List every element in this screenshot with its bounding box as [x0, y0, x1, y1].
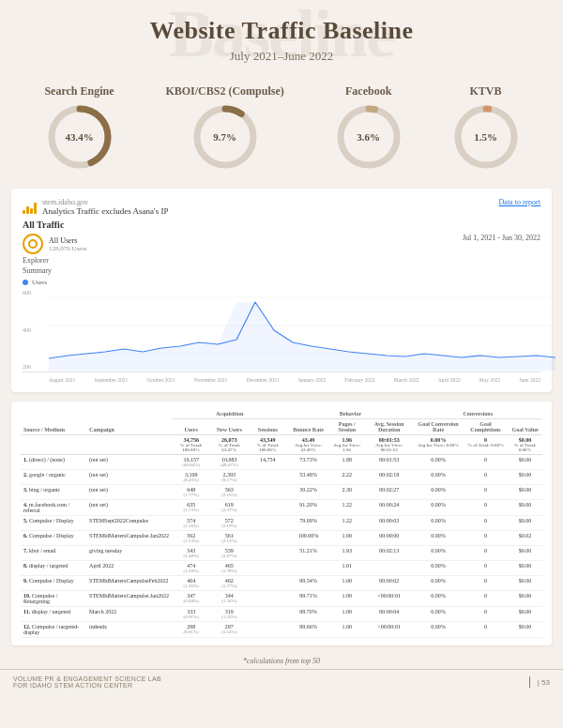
cell-completions: 0 — [464, 455, 508, 470]
cell-campaign: STEMIdMattersCampulse.Jan2022 — [86, 531, 172, 546]
cell-pages: 1.00 — [329, 531, 365, 546]
total-conv-rate: 0.00%Avg for View: 0.00% — [413, 435, 463, 455]
cell-value: $0.00 — [508, 485, 542, 500]
cell-sessions — [248, 546, 287, 561]
metric-facebook: Facebook 3.6% — [336, 84, 402, 170]
cell-sessions — [248, 576, 287, 591]
cell-users: 347(0.94%) — [172, 591, 210, 607]
cell-campaign: March 2022 — [86, 607, 172, 622]
cell-pages: 1.00 — [329, 607, 365, 622]
users-circle — [23, 234, 43, 254]
cell-duration: 00:00:02 — [365, 576, 414, 591]
donut-search-engine: 43.4% — [47, 104, 113, 170]
total-new-users: 26,073% of Total: 63.47% — [210, 435, 248, 455]
cell-users: 543(1.48%) — [172, 546, 210, 561]
total-bounce: 43.49Avg for View: 43.49% — [287, 435, 328, 455]
total-value: $0.00% of Total: 0.00% — [508, 435, 542, 455]
table-row: 4. m.facebook.com / referral (not set) 6… — [21, 500, 542, 516]
cell-sessions — [248, 591, 287, 607]
cell-source: 10. Compulse / Retargeting — [21, 591, 86, 607]
all-traffic-label: All Traffic — [23, 220, 540, 230]
cell-sessions — [248, 607, 287, 622]
traffic-chart — [49, 288, 555, 371]
cell-value: $0.00 — [508, 470, 542, 485]
cell-campaign: (not set) — [86, 455, 172, 470]
cell-users: 3,109(8.45%) — [172, 470, 210, 485]
analytics-subtitle: Analytics Traffic excludes Asana's IP — [42, 206, 168, 216]
cell-campaign: giving tuesday — [86, 546, 172, 561]
cell-sessions — [248, 622, 287, 638]
metrics-row: Search Engine 43.4% KBOI/CBS2 (Compulse)… — [0, 69, 563, 189]
analytics-date-range: Jul 1, 2021 - Jun 30, 2022 — [463, 234, 540, 242]
cell-source: 11. display / targeted — [21, 607, 86, 622]
users-row: All Users 128,070 Users — [23, 234, 86, 254]
cell-users: 574(1.56%) — [172, 516, 210, 531]
footer-page: | 53 — [538, 678, 550, 687]
cell-value: $0.00 — [508, 622, 542, 638]
summary-label: Summary — [23, 266, 540, 275]
cell-duration: 00:02:13 — [365, 546, 414, 561]
analytics-header: stem.idaho.gov Analytics Traffic exclude… — [23, 198, 540, 216]
x-label-aug: August 2021 — [49, 377, 75, 383]
x-label-mar: March 2022 — [394, 377, 419, 383]
cell-campaign: indeedx — [86, 622, 172, 638]
cell-completions: 0 — [464, 470, 508, 485]
cell-completions: 0 — [464, 500, 508, 516]
y-label-200: 200 — [23, 364, 31, 370]
table-row: 11. display / targeted March 2022 333(0.… — [21, 607, 542, 622]
cell-source: 12. Compulse / targeted-display — [21, 622, 86, 638]
cell-duration: <00:00:01 — [365, 622, 414, 638]
cell-value: $0.00 — [508, 500, 542, 516]
cell-source: 9. Compulse / Display — [21, 576, 86, 591]
table-row: 5. Compulse / Display STEMSept2022Compul… — [21, 516, 542, 531]
table-row: 12. Compulse / targeted-display indeedx … — [21, 622, 542, 638]
donut-value-search-engine: 43.4% — [65, 131, 93, 143]
cell-pages: 1.88 — [329, 455, 365, 470]
table-row: 9. Compulse / Display STEMIdMattersCampu… — [21, 576, 542, 591]
metric-label-facebook: Facebook — [345, 84, 391, 99]
cell-campaign: April 2022 — [86, 561, 172, 576]
cell-completions: 0 — [464, 622, 508, 638]
cell-pages: 1.00 — [329, 591, 365, 607]
donut-facebook: 3.6% — [336, 104, 402, 170]
x-label-dec: December 2021 — [247, 377, 280, 383]
table-row: 3. bing / organic (not set) 648(1.77%) 5… — [21, 485, 542, 500]
cell-conv-rate: 0.00% — [413, 607, 463, 622]
cell-completions: 0 — [464, 516, 508, 531]
cell-completions: 0 — [464, 576, 508, 591]
cell-duration — [365, 561, 414, 576]
footer-divider — [529, 676, 530, 688]
x-label-jan: January 2022 — [298, 377, 326, 383]
cell-bounce: 73.73% — [287, 455, 328, 470]
total-completions: 0% of Total: 0.00% — [464, 435, 508, 455]
total-users: 34,756% of Total: 100.00% — [172, 435, 210, 455]
cell-bounce: 99.66% — [287, 622, 328, 638]
cell-duration: 00:00:03 — [365, 516, 414, 531]
cell-source: 7. kboi / email — [21, 546, 86, 561]
cell-pages: 1.00 — [329, 622, 365, 638]
metric-label-kboi: KBOI/CBS2 (Compulse) — [165, 84, 283, 99]
cell-campaign: STEMIdMattersCampulse.Jan2022 — [86, 591, 172, 607]
x-label-oct: October 2021 — [147, 377, 175, 383]
cell-bounce: 100.00% — [287, 531, 328, 546]
cell-conv-rate: 0.00% — [413, 531, 463, 546]
cell-conv-rate: 0.00% — [413, 561, 463, 576]
cell-duration: <00:00:01 — [365, 591, 414, 607]
cell-bounce: 99.71% — [287, 591, 328, 607]
cell-users: 635(1.73%) — [172, 500, 210, 516]
cell-campaign: (not set) — [86, 500, 172, 516]
cell-sessions — [248, 516, 287, 531]
cell-pages: 2.30 — [329, 485, 365, 500]
cell-completions: 0 — [464, 561, 508, 576]
cell-duration: 00:00:04 — [365, 607, 414, 622]
data-report-link[interactable]: Data to report — [499, 198, 540, 206]
cell-new-users: 297(1.14%) — [210, 622, 248, 638]
goal-completions-header: Goal Completions — [464, 419, 508, 435]
table-row: 6. Compulse / Display STEMIdMattersCampu… — [21, 531, 542, 546]
cell-value: $0.00 — [508, 455, 542, 470]
metric-ktvb: KTVB 1.5% — [453, 84, 519, 170]
cell-conv-rate: 0.00% — [413, 546, 463, 561]
cell-sessions — [248, 531, 287, 546]
cell-completions: 0 — [464, 546, 508, 561]
cell-bounce: 51.21% — [287, 546, 328, 561]
